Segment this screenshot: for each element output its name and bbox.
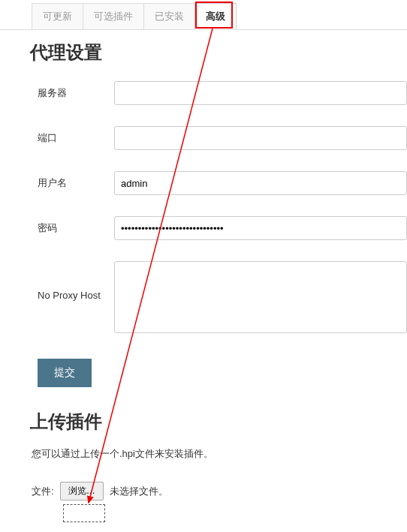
server-row: 服务器 (30, 81, 407, 105)
upload-desc: 您可以通过上传一个.hpi文件来安装插件。 (30, 447, 407, 461)
tab-advanced[interactable]: 高级 (194, 3, 237, 29)
username-label: 用户名 (30, 176, 114, 190)
file-label: 文件: (32, 485, 54, 498)
proxy-title: 代理设置 (30, 41, 407, 65)
server-label: 服务器 (30, 86, 114, 100)
port-row: 端口 (30, 126, 407, 150)
noproxy-label: No Proxy Host (30, 261, 114, 301)
tabs: 可更新 可选插件 已安装 高级 (32, 3, 407, 29)
tab-updatable[interactable]: 可更新 (32, 3, 83, 29)
browse-button[interactable]: 浏览… (60, 482, 104, 500)
file-row: 文件: 浏览… 未选择文件。 (30, 482, 407, 500)
tab-available[interactable]: 可选插件 (83, 3, 144, 29)
port-input[interactable] (114, 126, 407, 150)
noproxy-textarea[interactable] (114, 261, 407, 333)
username-input[interactable] (114, 171, 407, 195)
upload-section: 上传插件 您可以通过上传一个.hpi文件来安装插件。 文件: 浏览… 未选择文件… (30, 410, 407, 500)
tab-installed[interactable]: 已安装 (143, 3, 195, 29)
submit-row: 提交 (38, 359, 407, 387)
port-label: 端口 (30, 131, 114, 145)
highlight-box-browse (63, 504, 105, 522)
submit-button[interactable]: 提交 (38, 359, 92, 387)
server-input[interactable] (114, 81, 407, 105)
content-area: 代理设置 服务器 端口 用户名 密码 No Proxy Host 提交 上传插件… (0, 29, 407, 500)
username-row: 用户名 (30, 171, 407, 195)
password-label: 密码 (30, 221, 114, 235)
upload-title: 上传插件 (30, 410, 407, 434)
file-status: 未选择文件。 (110, 485, 168, 498)
noproxy-row: No Proxy Host (30, 261, 407, 333)
password-row: 密码 (30, 216, 407, 240)
password-input[interactable] (114, 216, 407, 240)
